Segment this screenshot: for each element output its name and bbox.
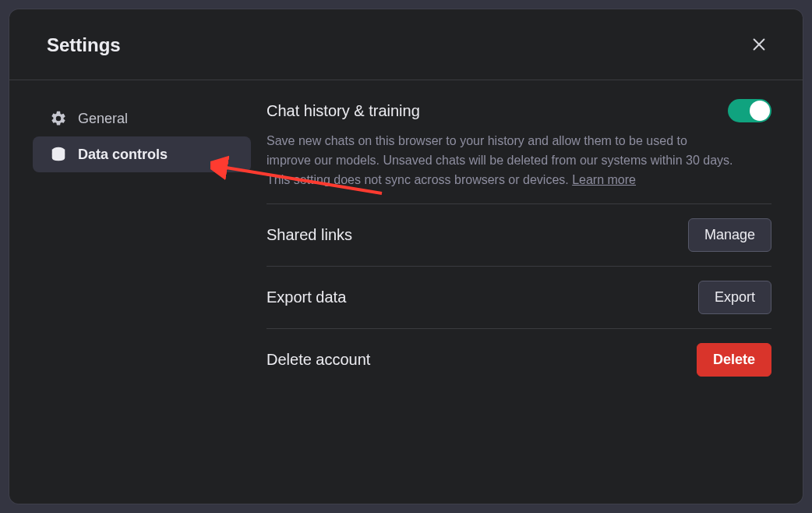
settings-content: Chat history & training Save new chats o… (267, 96, 771, 488)
page-title: Settings (47, 34, 121, 56)
section-delete-account: Delete account Delete (267, 329, 771, 391)
section-title-shared-links: Shared links (267, 226, 352, 244)
close-icon (750, 36, 768, 55)
chat-history-toggle[interactable] (728, 99, 771, 122)
sidebar-item-label: Data controls (78, 147, 168, 163)
section-shared-links: Shared links Manage (267, 204, 771, 266)
section-title-delete-account: Delete account (267, 351, 370, 369)
manage-shared-links-button[interactable]: Manage (688, 218, 771, 252)
section-title-export-data: Export data (267, 288, 346, 306)
section-export-data: Export data Export (267, 267, 771, 328)
close-button[interactable] (747, 33, 771, 58)
modal-body: General Data controls Chat h (9, 80, 803, 504)
modal-header: Settings (9, 9, 803, 80)
database-icon (50, 146, 67, 163)
sidebar-item-data-controls[interactable]: Data controls (33, 136, 251, 172)
section-description-chat-history: Save new chats on this browser to your h… (267, 132, 734, 189)
toggle-knob (750, 101, 770, 121)
settings-sidebar: General Data controls (33, 96, 251, 488)
chat-history-description-text: Save new chats on this browser to your h… (267, 134, 733, 186)
gear-icon (50, 110, 67, 127)
export-data-button[interactable]: Export (698, 281, 771, 314)
delete-account-button[interactable]: Delete (697, 343, 771, 377)
settings-modal: Settings General (9, 9, 803, 504)
section-title-chat-history: Chat history & training (267, 102, 420, 120)
learn-more-link[interactable]: Learn more (572, 173, 636, 186)
sidebar-item-label: General (78, 111, 128, 127)
sidebar-item-general[interactable]: General (33, 101, 251, 136)
section-chat-history: Chat history & training Save new chats o… (267, 96, 771, 203)
